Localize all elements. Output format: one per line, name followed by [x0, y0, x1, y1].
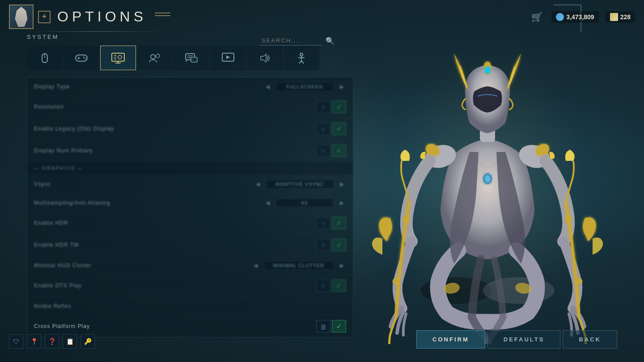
- setting-display-type: Display Type ◀ FULLSCREEN ▶: [27, 77, 353, 96]
- search-input[interactable]: [259, 36, 322, 46]
- minimal-hud-left[interactable]: ◀: [251, 261, 260, 270]
- display-type-control: ◀ FULLSCREEN ▶: [168, 82, 346, 91]
- display-type-label: Display Type: [34, 84, 168, 90]
- hdr-control: ○ ✓: [168, 217, 346, 229]
- setting-display-primary: Display Num Primary ○ ✓: [27, 140, 353, 162]
- character-display: [353, 22, 622, 344]
- header-divider: [29, 31, 163, 32]
- cross-platform-label: Cross Platform Play: [34, 323, 168, 329]
- minimal-hud-control: ◀ MINIMAL CLUTTER ▶: [168, 261, 346, 270]
- legacy-toggle-btn[interactable]: ○: [316, 122, 330, 135]
- add-button[interactable]: +: [38, 11, 51, 23]
- tab-stream[interactable]: [210, 46, 246, 70]
- credits-value: 3,473,809: [566, 13, 594, 21]
- tab-display[interactable]: [100, 46, 136, 70]
- setting-hdr: Enable HDR ○ ✓: [27, 212, 353, 234]
- confirm-button[interactable]: CONFIRM: [416, 330, 485, 349]
- dts-check[interactable]: ✓: [332, 279, 346, 292]
- platinum-value: 228: [620, 13, 631, 21]
- hdr-tm-toggle: ○ ✓: [316, 239, 346, 251]
- resolution-toggle: ○ ✓: [316, 101, 346, 113]
- search-icon[interactable]: 🔍: [326, 37, 335, 45]
- cross-platform-toggle: ||| ✓: [316, 320, 346, 333]
- tab-chat[interactable]: [174, 46, 209, 70]
- display-type-left[interactable]: ◀: [263, 82, 272, 91]
- multisampling-value: 4X: [275, 198, 334, 207]
- minimal-hud-label: Minimal HUD Clutter: [34, 262, 168, 269]
- tab-bar: [27, 46, 353, 70]
- cart-icon[interactable]: 🛒: [529, 10, 545, 24]
- cross-platform-toggle-btn[interactable]: |||: [316, 320, 330, 333]
- vsync-left[interactable]: ◀: [254, 180, 263, 189]
- vsync-value: ADAPTIVE VSYNC: [266, 180, 334, 189]
- svg-point-11: [485, 175, 490, 182]
- header-right: 🛒 3,473,809 228: [529, 10, 635, 24]
- svg-rect-31: [191, 57, 197, 62]
- display-type-right[interactable]: ▶: [337, 82, 346, 91]
- multisampling-control: ◀ 4X ▶: [168, 198, 346, 207]
- credits-badge: 3,473,809: [551, 11, 598, 23]
- tab-controller[interactable]: [64, 46, 99, 70]
- svg-point-22: [118, 55, 122, 59]
- platinum-icon: [556, 13, 564, 21]
- primary-check[interactable]: ✓: [332, 144, 346, 157]
- setting-dts: Enable DTS Play ○ ✓: [27, 275, 353, 297]
- setting-legacy-display: Enable Legacy (Old) Display ○ ✓: [27, 118, 353, 140]
- hdr-tm-label: Enable HDR TM: [34, 242, 168, 248]
- hdr-tm-toggle-btn[interactable]: ○: [316, 239, 330, 251]
- multisampling-right[interactable]: ▶: [337, 198, 346, 207]
- credits-icon: [610, 13, 618, 21]
- defaults-button[interactable]: DEFAULTS: [487, 330, 561, 349]
- tab-accessibility[interactable]: [284, 46, 319, 70]
- nvidia-label: Nvidia Reflex: [34, 303, 168, 309]
- svg-point-7: [485, 67, 490, 74]
- resolution-label: Resolution: [34, 104, 168, 110]
- key-icon[interactable]: 🔑: [80, 334, 95, 349]
- dts-toggle-btn[interactable]: ○: [316, 279, 330, 292]
- dts-label: Enable DTS Play: [34, 282, 168, 289]
- primary-toggle: ○ ✓: [316, 144, 346, 157]
- display-primary-label: Display Num Primary: [34, 147, 168, 154]
- help-icon[interactable]: ❓: [45, 334, 59, 349]
- setting-resolution: Resolution ○ ✓: [27, 96, 353, 118]
- setting-vsync: Vsync ◀ ADAPTIVE VSYNC ▶: [27, 175, 353, 194]
- minimal-hud-value: MINIMAL CLUTTER: [264, 261, 334, 270]
- svg-point-17: [83, 56, 85, 58]
- header: + OPTIONS 🛒 3,473,809 228: [0, 0, 644, 34]
- vsync-control: ◀ ADAPTIVE VSYNC ▶: [168, 180, 346, 189]
- hdr-toggle-btn[interactable]: ○: [316, 217, 330, 229]
- platinum-badge: 228: [606, 11, 635, 23]
- svg-line-39: [301, 61, 304, 63]
- back-button[interactable]: BACK: [563, 330, 617, 349]
- svg-marker-34: [261, 54, 266, 62]
- tab-mouse[interactable]: [27, 46, 63, 70]
- cross-platform-control: ||| ✓: [168, 320, 346, 333]
- resolution-control: ○ ✓: [168, 101, 346, 113]
- vsync-right[interactable]: ▶: [337, 180, 346, 189]
- setting-cross-platform: Cross Platform Play ||| ✓: [27, 316, 353, 337]
- location-icon[interactable]: 📍: [27, 334, 41, 349]
- legacy-display-label: Enable Legacy (Old) Display: [34, 126, 168, 132]
- svg-point-26: [151, 55, 155, 59]
- resolution-toggle-btn[interactable]: ○: [316, 101, 330, 113]
- setting-hdr-tm: Enable HDR TM ○ ✓: [27, 234, 353, 256]
- hdr-toggle: ○ ✓: [316, 217, 346, 229]
- tab-social[interactable]: [137, 46, 173, 70]
- resolution-check[interactable]: ✓: [332, 101, 346, 113]
- primary-toggle-btn[interactable]: ○: [316, 144, 330, 157]
- display-primary-control: ○ ✓: [168, 144, 346, 157]
- header-left: + OPTIONS: [9, 4, 170, 29]
- hdr-check[interactable]: ✓: [332, 217, 346, 229]
- hdr-tm-check[interactable]: ✓: [332, 239, 346, 251]
- page-title: OPTIONS: [57, 8, 147, 25]
- minimal-hud-right[interactable]: ▶: [337, 261, 346, 270]
- legacy-display-control: ○ ✓: [168, 122, 346, 135]
- cross-platform-check[interactable]: ✓: [332, 320, 346, 333]
- svg-line-38: [299, 61, 301, 63]
- clipboard-icon[interactable]: 📋: [63, 334, 77, 349]
- tab-audio[interactable]: [247, 46, 283, 70]
- avatar[interactable]: [9, 4, 34, 29]
- shield-icon[interactable]: 🛡: [9, 334, 23, 349]
- multisampling-left[interactable]: ◀: [263, 198, 272, 207]
- legacy-check[interactable]: ✓: [332, 122, 346, 135]
